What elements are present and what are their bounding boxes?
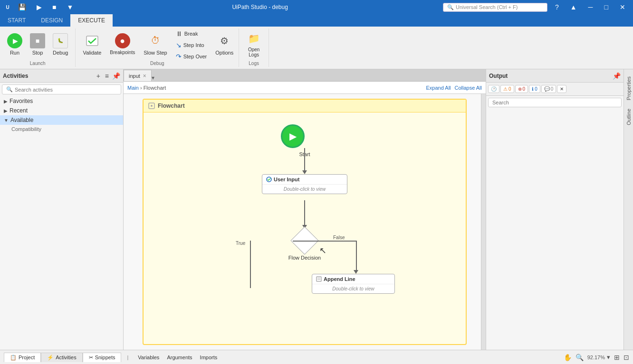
side-tab-properties[interactable]: Properties xyxy=(624,73,633,103)
titlebar-dropdown-btn[interactable]: ▼ xyxy=(63,2,77,12)
stop-button[interactable]: Stop xyxy=(27,28,48,60)
stop-icon xyxy=(30,33,45,48)
output-search-input[interactable] xyxy=(488,98,622,107)
project-icon: 📋 xyxy=(10,355,17,361)
main-content: Activities + ≡ 📌 🔍 ▶ Favorites ▶ Recent … xyxy=(0,69,633,350)
ribbon-group-logs: 📁 Open Logs Logs xyxy=(239,28,269,67)
step-over-button[interactable]: ↷ Step Over xyxy=(173,51,211,62)
bottom-tab-snippets[interactable]: ✂ Snippets xyxy=(83,353,122,362)
options-label: Options xyxy=(215,50,233,56)
output-warn-btn[interactable]: ⚠ 0 xyxy=(500,85,514,93)
bottom-bar: 📋 Project ⚡ Activities ✂ Snippets | Vari… xyxy=(0,350,633,364)
break-button[interactable]: ⏸ Break xyxy=(173,28,211,39)
status-bar-spacer: | xyxy=(121,353,134,362)
breadcrumb-main[interactable]: Main xyxy=(127,85,139,91)
output-title: Output xyxy=(489,73,508,79)
output-close-btn[interactable]: ✕ xyxy=(557,85,566,93)
debug-group-label: Debug xyxy=(76,61,239,66)
ribbon: Run Stop 🐛 Debug Launch Validate xyxy=(0,27,633,69)
flowchart-container: Flowchart ▶ Start User In xyxy=(143,99,467,345)
sidebar-item-available[interactable]: ▼ Available xyxy=(0,115,123,125)
zoom-dropdown-btn[interactable]: ▾ xyxy=(607,354,610,361)
fit-view-btn[interactable]: ⊞ xyxy=(614,354,620,361)
output-err-btn[interactable]: ⊗ 0 xyxy=(515,85,528,93)
snippets-label: Snippets xyxy=(95,355,115,360)
append-line-label: Append Line xyxy=(324,276,355,282)
break-label: Break xyxy=(184,31,198,37)
run-button[interactable]: Run xyxy=(4,28,26,60)
step-over-label: Step Over xyxy=(183,54,207,59)
hand-tool-btn[interactable]: ✋ xyxy=(564,354,572,361)
validate-button[interactable]: Validate xyxy=(79,28,105,60)
open-logs-icon: 📁 xyxy=(246,31,261,46)
snippets-icon: ✂ xyxy=(89,355,93,361)
sidebar-item-recent[interactable]: ▶ Recent xyxy=(0,106,123,115)
arguments-btn[interactable]: Arguments xyxy=(163,353,196,362)
search-icon: 🔍 xyxy=(447,4,454,10)
tab-dropdown-btn[interactable]: ▾ xyxy=(152,75,154,81)
expand-all-btn[interactable]: Expand All xyxy=(426,85,451,91)
ribbon-collapse-btn[interactable]: ▲ xyxy=(566,2,581,12)
open-logs-label: Open Logs xyxy=(248,47,259,57)
activities-panel: Activities + ≡ 📌 🔍 ▶ Favorites ▶ Recent … xyxy=(0,69,124,350)
collapse-all-btn[interactable]: Collapse All xyxy=(455,85,482,91)
append-line-hint: Double-click to view xyxy=(312,284,394,293)
diagram-scrollbar[interactable] xyxy=(481,94,486,350)
titlebar-stop-btn[interactable]: ■ xyxy=(48,2,60,12)
output-info-btn[interactable]: ℹ 0 xyxy=(529,85,540,93)
bottom-tab-activities[interactable]: ⚡ Activities xyxy=(41,353,82,362)
debug-button[interactable]: 🐛 Debug xyxy=(49,28,71,60)
node-append-line[interactable]: Append Line Double-click to view xyxy=(312,274,395,294)
tab-design[interactable]: DESIGN xyxy=(33,14,70,27)
tab-start[interactable]: START xyxy=(0,14,33,27)
open-logs-button[interactable]: 📁 Open Logs xyxy=(243,28,265,60)
validate-label: Validate xyxy=(83,50,101,56)
variables-btn[interactable]: Variables xyxy=(134,353,163,362)
slowstep-button[interactable]: ⏱ Slow Step xyxy=(140,28,171,60)
node-user-input[interactable]: User Input Double-click to view xyxy=(262,174,347,194)
bottom-right: ✋ 🔍 92.17% ▾ ⊞ ⊡ xyxy=(564,354,629,361)
side-tab-outline[interactable]: Outline xyxy=(624,105,633,129)
minimize-btn[interactable]: ─ xyxy=(585,2,597,12)
output-msg-btn[interactable]: 💬 0 xyxy=(541,85,556,93)
bottom-tabs: 📋 Project ⚡ Activities ✂ Snippets | Vari… xyxy=(4,353,221,362)
universal-search[interactable]: 🔍 Universal Search (Ctrl + F) xyxy=(443,3,547,12)
step-into-button[interactable]: ↘ Step Into xyxy=(173,40,211,50)
overview-btn[interactable]: ⊡ xyxy=(623,354,629,361)
titlebar-run-btn[interactable]: ▶ xyxy=(33,2,46,12)
output-clock-btn[interactable]: 🕐 xyxy=(488,85,499,93)
help-btn[interactable]: ? xyxy=(551,2,563,12)
close-btn[interactable]: ✕ xyxy=(616,2,629,12)
ribbon-debug-buttons: Validate Breakpoints ⏱ Slow Step ⏸ Break… xyxy=(79,28,237,75)
breakpoints-button[interactable]: Breakpoints xyxy=(106,28,138,60)
recent-label: Recent xyxy=(10,107,28,114)
activities-label: Activities xyxy=(56,355,76,360)
append-line-icon xyxy=(316,276,322,282)
bottom-tab-project[interactable]: 📋 Project xyxy=(4,353,41,362)
titlebar-save-btn[interactable]: 💾 xyxy=(14,2,30,12)
search-placeholder: Universal Search (Ctrl + F) xyxy=(456,4,518,10)
run-icon xyxy=(7,33,22,48)
step-over-icon: ↷ xyxy=(176,53,182,60)
activities-search-box[interactable]: 🔍 xyxy=(2,84,121,94)
diagram-wrapper: Flowchart ▶ Start User In xyxy=(124,94,486,350)
maximize-btn[interactable]: □ xyxy=(601,2,612,12)
diagram-canvas[interactable]: Flowchart ▶ Start User In xyxy=(124,94,486,350)
imports-btn[interactable]: Imports xyxy=(196,353,221,362)
activities-title: Activities xyxy=(3,73,28,79)
user-input-icon xyxy=(266,177,272,182)
activities-search-input[interactable] xyxy=(15,87,117,93)
breadcrumb-flowchart: Flowchart xyxy=(144,85,166,91)
break-icon: ⏸ xyxy=(176,30,182,37)
output-pin-btn[interactable]: 📌 xyxy=(613,72,621,80)
sidebar-item-compatibility[interactable]: Compatibility xyxy=(0,125,123,133)
side-tabs: Properties Outline xyxy=(623,69,633,350)
zoom-control: 92.17% ▾ xyxy=(587,354,610,361)
zoom-fit-btn[interactable]: 🔍 xyxy=(575,354,584,361)
node-start[interactable]: ▶ xyxy=(281,124,305,148)
msg-count: 0 xyxy=(551,86,554,92)
compatibility-label: Compatibility xyxy=(11,126,41,132)
tab-execute[interactable]: EXECUTE xyxy=(70,14,113,27)
sidebar-item-favorites[interactable]: ▶ Favorites xyxy=(0,96,123,106)
options-button[interactable]: ⚙ Options xyxy=(212,28,237,60)
